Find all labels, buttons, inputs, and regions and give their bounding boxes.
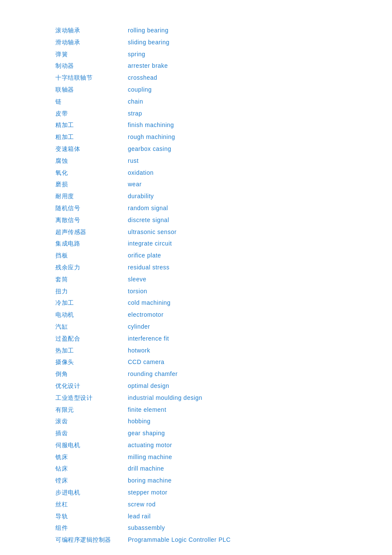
english-term: orifice plate [124, 251, 161, 261]
chinese-term: 挡板 [55, 251, 124, 261]
chinese-term: 滚齿 [55, 416, 124, 427]
term-row: 滚动轴承rolling bearing [55, 26, 337, 36]
chinese-term: 变速箱体 [55, 144, 124, 154]
chinese-term: 摄像头 [55, 357, 124, 367]
term-row: 变速箱体gearbox casing [55, 144, 337, 154]
term-row: 有限元finite element [55, 405, 337, 415]
term-row: 镗床boring machine [55, 476, 337, 486]
english-term: cylinder [124, 322, 150, 332]
term-row: 导轨lead rail [55, 512, 337, 522]
term-row: 扭力torsion [55, 286, 337, 297]
english-term: stepper motor [124, 488, 167, 498]
chinese-term: 皮带 [55, 109, 124, 119]
chinese-term: 可编程序逻辑控制器 [55, 535, 124, 545]
english-term: oxidation [124, 168, 154, 178]
term-row: 联轴器coupling [55, 85, 337, 95]
english-term: finish machining [124, 120, 174, 130]
english-term: discrete signal [124, 215, 169, 225]
term-row: 粗加工rough machining [55, 132, 337, 142]
chinese-term: 链 [55, 97, 124, 107]
term-row: 制动器arrester brake [55, 61, 337, 71]
english-term: milling machine [124, 452, 172, 462]
term-row: 倒角rounding chamfer [55, 369, 337, 379]
term-row: 组件subassembly [55, 523, 337, 533]
english-term: actuating motor [124, 440, 172, 451]
english-term: wear [124, 179, 141, 190]
english-term: CCD camera [124, 357, 164, 367]
english-term: optimal design [124, 381, 169, 391]
term-row: 汽缸cylinder [55, 322, 337, 332]
chinese-term: 热加工 [55, 346, 124, 356]
chinese-term: 镗床 [55, 476, 124, 486]
term-row: 滚齿hobbing [55, 416, 337, 427]
chinese-term: 集成电路 [55, 239, 124, 249]
english-term: torsion [124, 286, 147, 297]
chinese-term: 钻床 [55, 464, 124, 474]
chinese-term: 弹簧 [55, 49, 124, 60]
chinese-term: 粗加工 [55, 132, 124, 142]
chinese-term: 丝杠 [55, 500, 124, 510]
term-row: 链chain [55, 97, 337, 107]
term-row: 弹簧spring [55, 49, 337, 60]
chinese-term: 优化设计 [55, 381, 124, 391]
term-row: 优化设计optimal design [55, 381, 337, 391]
term-row: 伺服电机actuating motor [55, 440, 337, 451]
term-row: 十字结联轴节crosshead [55, 73, 337, 83]
term-row: 插齿gear shaping [55, 428, 337, 439]
english-term: gearbox casing [124, 144, 171, 154]
chinese-term: 电动机 [55, 310, 124, 320]
chinese-term: 超声传感器 [55, 227, 124, 237]
english-term: durability [124, 191, 154, 202]
chinese-term: 工业造型设计 [55, 393, 124, 403]
english-term: boring machine [124, 476, 172, 486]
chinese-term: 制动器 [55, 61, 124, 71]
chinese-term: 扭力 [55, 286, 124, 297]
term-row: 滑动轴承sliding bearing [55, 38, 337, 48]
term-row: 套筒sleeve [55, 275, 337, 285]
term-row: 耐用度durability [55, 191, 337, 202]
chinese-term: 滚动轴承 [55, 26, 124, 36]
english-term: hobbing [124, 416, 150, 427]
chinese-term: 离散信号 [55, 215, 124, 225]
term-row: 超声传感器ultrasonic sensor [55, 227, 337, 237]
english-term: electromotor [124, 310, 164, 320]
term-row: 可编程序逻辑控制器Programmable Logic Controller P… [55, 535, 337, 545]
chinese-term: 组件 [55, 523, 124, 533]
term-row: 氧化oxidation [55, 168, 337, 178]
english-term: chain [124, 97, 143, 107]
chinese-term: 氧化 [55, 168, 124, 178]
chinese-term: 插齿 [55, 428, 124, 439]
chinese-term: 磨损 [55, 179, 124, 190]
english-term: ultrasonic sensor [124, 227, 176, 237]
chinese-term: 倒角 [55, 369, 124, 379]
chinese-term: 导轨 [55, 512, 124, 522]
term-row: 电动机electromotor [55, 310, 337, 320]
term-row: 磨损wear [55, 179, 337, 190]
term-row: 挡板orifice plate [55, 251, 337, 261]
english-term: integrate circuit [124, 239, 172, 249]
english-term: drill machine [124, 464, 164, 474]
term-row: 过盈配合interference fit [55, 334, 337, 344]
term-row: 皮带strap [55, 109, 337, 119]
term-row: 步进电机stepper motor [55, 488, 337, 498]
chinese-term: 套筒 [55, 275, 124, 285]
chinese-term: 有限元 [55, 405, 124, 415]
term-row: 随机信号random signal [55, 203, 337, 214]
term-row: 摄像头CCD camera [55, 357, 337, 367]
chinese-term: 汽缸 [55, 322, 124, 332]
english-term: cold machining [124, 298, 170, 308]
chinese-term: 伺服电机 [55, 440, 124, 451]
chinese-term: 耐用度 [55, 191, 124, 202]
term-row: 丝杠screw rod [55, 500, 337, 510]
chinese-term: 随机信号 [55, 203, 124, 214]
english-term: hotwork [124, 346, 150, 356]
chinese-term: 步进电机 [55, 488, 124, 498]
chinese-term: 铣床 [55, 452, 124, 462]
english-term: industrial moulding design [124, 393, 202, 403]
chinese-term: 联轴器 [55, 85, 124, 95]
english-term: rough machining [124, 132, 175, 142]
english-term: residual stress [124, 263, 170, 273]
chinese-term: 腐蚀 [55, 156, 124, 166]
english-term: subassembly [124, 523, 165, 533]
chinese-term: 精加工 [55, 120, 124, 130]
